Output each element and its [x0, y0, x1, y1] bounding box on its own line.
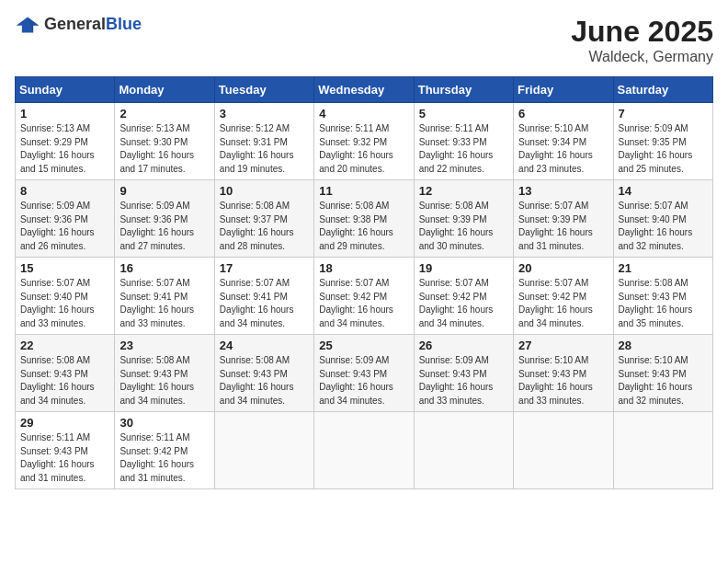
day-info: Sunrise: 5:12 AM Sunset: 9:31 PM Dayligh… [220, 122, 309, 176]
day-info: Sunrise: 5:11 AM Sunset: 9:42 PM Dayligh… [119, 431, 209, 485]
day-number: 29 [20, 416, 109, 430]
day-number: 12 [419, 184, 508, 198]
calendar-day-cell: 29Sunrise: 5:11 AM Sunset: 9:43 PM Dayli… [16, 412, 115, 489]
day-info: Sunrise: 5:07 AM Sunset: 9:40 PM Dayligh… [619, 200, 708, 253]
logo: GeneralBlue [15, 15, 142, 34]
day-info: Sunrise: 5:07 AM Sunset: 9:41 PM Dayligh… [119, 277, 209, 330]
day-info: Sunrise: 5:08 AM Sunset: 9:38 PM Dayligh… [319, 200, 408, 253]
day-number: 21 [619, 261, 708, 275]
day-number: 18 [319, 261, 408, 275]
calendar-week-row: 29Sunrise: 5:11 AM Sunset: 9:43 PM Dayli… [16, 412, 713, 489]
day-number: 5 [419, 107, 508, 121]
calendar-day-cell: 10Sunrise: 5:08 AM Sunset: 9:37 PM Dayli… [214, 180, 313, 258]
calendar-day-cell: 21Sunrise: 5:08 AM Sunset: 9:43 PM Dayli… [613, 258, 712, 335]
day-info: Sunrise: 5:11 AM Sunset: 9:33 PM Dayligh… [419, 122, 508, 176]
location-subtitle: Waldeck, Germany [571, 49, 713, 65]
day-info: Sunrise: 5:09 AM Sunset: 9:43 PM Dayligh… [319, 354, 408, 408]
day-number: 10 [220, 184, 309, 198]
calendar-day-cell: 19Sunrise: 5:07 AM Sunset: 9:42 PM Dayli… [414, 258, 513, 335]
day-info: Sunrise: 5:13 AM Sunset: 9:29 PM Dayligh… [20, 122, 109, 176]
day-number: 28 [619, 339, 708, 352]
day-number: 11 [319, 184, 408, 198]
day-number: 24 [220, 339, 309, 352]
title-area: June 2025 Waldeck, Germany [571, 15, 713, 65]
weekday-header-cell: Wednesday [314, 77, 414, 103]
day-number: 9 [119, 184, 209, 198]
day-number: 20 [518, 261, 608, 275]
day-info: Sunrise: 5:08 AM Sunset: 9:43 PM Dayligh… [220, 354, 309, 408]
calendar-day-cell: 14Sunrise: 5:07 AM Sunset: 9:40 PM Dayli… [613, 180, 712, 258]
calendar-body: 1Sunrise: 5:13 AM Sunset: 9:29 PM Daylig… [16, 103, 713, 489]
day-number: 25 [319, 339, 408, 352]
calendar-day-cell: 3Sunrise: 5:12 AM Sunset: 9:31 PM Daylig… [214, 103, 313, 180]
day-number: 16 [119, 261, 209, 275]
day-info: Sunrise: 5:08 AM Sunset: 9:39 PM Dayligh… [419, 200, 508, 253]
weekday-header-cell: Sunday [16, 77, 115, 103]
day-info: Sunrise: 5:07 AM Sunset: 9:40 PM Dayligh… [20, 277, 109, 330]
calendar-day-cell: 2Sunrise: 5:13 AM Sunset: 9:30 PM Daylig… [115, 103, 214, 180]
calendar-day-cell: 9Sunrise: 5:09 AM Sunset: 9:36 PM Daylig… [115, 180, 214, 258]
weekday-header-cell: Friday [514, 77, 613, 103]
calendar-week-row: 1Sunrise: 5:13 AM Sunset: 9:29 PM Daylig… [16, 103, 713, 180]
day-number: 7 [619, 107, 708, 121]
day-number: 19 [419, 261, 508, 275]
calendar-day-cell [613, 412, 712, 489]
day-number: 8 [20, 184, 109, 198]
calendar-day-cell: 28Sunrise: 5:10 AM Sunset: 9:43 PM Dayli… [613, 335, 712, 412]
day-number: 15 [20, 261, 109, 275]
day-info: Sunrise: 5:13 AM Sunset: 9:30 PM Dayligh… [119, 122, 209, 176]
page-header: GeneralBlue June 2025 Waldeck, Germany [15, 15, 713, 65]
day-number: 27 [518, 339, 608, 352]
weekday-header-row: SundayMondayTuesdayWednesdayThursdayFrid… [16, 77, 713, 103]
logo-icon [15, 16, 40, 34]
day-info: Sunrise: 5:07 AM Sunset: 9:39 PM Dayligh… [518, 200, 608, 253]
day-info: Sunrise: 5:11 AM Sunset: 9:43 PM Dayligh… [20, 431, 109, 485]
day-info: Sunrise: 5:08 AM Sunset: 9:43 PM Dayligh… [119, 354, 209, 408]
calendar-week-row: 22Sunrise: 5:08 AM Sunset: 9:43 PM Dayli… [16, 335, 713, 412]
calendar-day-cell: 7Sunrise: 5:09 AM Sunset: 9:35 PM Daylig… [613, 103, 712, 180]
day-number: 4 [319, 107, 408, 121]
day-number: 22 [20, 339, 109, 352]
calendar-day-cell [314, 412, 414, 489]
day-number: 17 [220, 261, 309, 275]
day-info: Sunrise: 5:10 AM Sunset: 9:43 PM Dayligh… [518, 354, 608, 408]
calendar-day-cell: 26Sunrise: 5:09 AM Sunset: 9:43 PM Dayli… [414, 335, 513, 412]
day-number: 14 [619, 184, 708, 198]
calendar-day-cell: 13Sunrise: 5:07 AM Sunset: 9:39 PM Dayli… [514, 180, 613, 258]
calendar-day-cell: 5Sunrise: 5:11 AM Sunset: 9:33 PM Daylig… [414, 103, 513, 180]
day-info: Sunrise: 5:08 AM Sunset: 9:43 PM Dayligh… [20, 354, 109, 408]
calendar-day-cell: 4Sunrise: 5:11 AM Sunset: 9:32 PM Daylig… [314, 103, 414, 180]
calendar-day-cell: 15Sunrise: 5:07 AM Sunset: 9:40 PM Dayli… [16, 258, 115, 335]
calendar-day-cell: 16Sunrise: 5:07 AM Sunset: 9:41 PM Dayli… [115, 258, 214, 335]
weekday-header-cell: Monday [115, 77, 214, 103]
calendar-day-cell: 11Sunrise: 5:08 AM Sunset: 9:38 PM Dayli… [314, 180, 414, 258]
calendar-week-row: 8Sunrise: 5:09 AM Sunset: 9:36 PM Daylig… [16, 180, 713, 258]
day-info: Sunrise: 5:08 AM Sunset: 9:37 PM Dayligh… [220, 200, 309, 253]
day-info: Sunrise: 5:10 AM Sunset: 9:43 PM Dayligh… [619, 354, 708, 408]
day-info: Sunrise: 5:09 AM Sunset: 9:43 PM Dayligh… [419, 354, 508, 408]
calendar-table: SundayMondayTuesdayWednesdayThursdayFrid… [15, 76, 713, 489]
calendar-day-cell: 6Sunrise: 5:10 AM Sunset: 9:34 PM Daylig… [514, 103, 613, 180]
day-info: Sunrise: 5:10 AM Sunset: 9:34 PM Dayligh… [518, 122, 608, 176]
calendar-day-cell: 24Sunrise: 5:08 AM Sunset: 9:43 PM Dayli… [214, 335, 313, 412]
month-year-title: June 2025 [571, 15, 713, 49]
calendar-day-cell: 18Sunrise: 5:07 AM Sunset: 9:42 PM Dayli… [314, 258, 414, 335]
calendar-week-row: 15Sunrise: 5:07 AM Sunset: 9:40 PM Dayli… [16, 258, 713, 335]
calendar-day-cell: 23Sunrise: 5:08 AM Sunset: 9:43 PM Dayli… [115, 335, 214, 412]
calendar-day-cell: 20Sunrise: 5:07 AM Sunset: 9:42 PM Dayli… [514, 258, 613, 335]
day-info: Sunrise: 5:09 AM Sunset: 9:35 PM Dayligh… [619, 122, 708, 176]
day-info: Sunrise: 5:07 AM Sunset: 9:42 PM Dayligh… [319, 277, 408, 330]
day-info: Sunrise: 5:09 AM Sunset: 9:36 PM Dayligh… [20, 200, 109, 253]
calendar-day-cell: 25Sunrise: 5:09 AM Sunset: 9:43 PM Dayli… [314, 335, 414, 412]
weekday-header-cell: Tuesday [214, 77, 313, 103]
day-number: 3 [220, 107, 309, 121]
calendar-day-cell: 8Sunrise: 5:09 AM Sunset: 9:36 PM Daylig… [16, 180, 115, 258]
day-number: 2 [119, 107, 209, 121]
day-number: 23 [119, 339, 209, 352]
calendar-day-cell: 12Sunrise: 5:08 AM Sunset: 9:39 PM Dayli… [414, 180, 513, 258]
day-number: 13 [518, 184, 608, 198]
day-number: 30 [119, 416, 209, 430]
day-info: Sunrise: 5:07 AM Sunset: 9:42 PM Dayligh… [518, 277, 608, 330]
day-info: Sunrise: 5:11 AM Sunset: 9:32 PM Dayligh… [319, 122, 408, 176]
day-number: 6 [518, 107, 608, 121]
